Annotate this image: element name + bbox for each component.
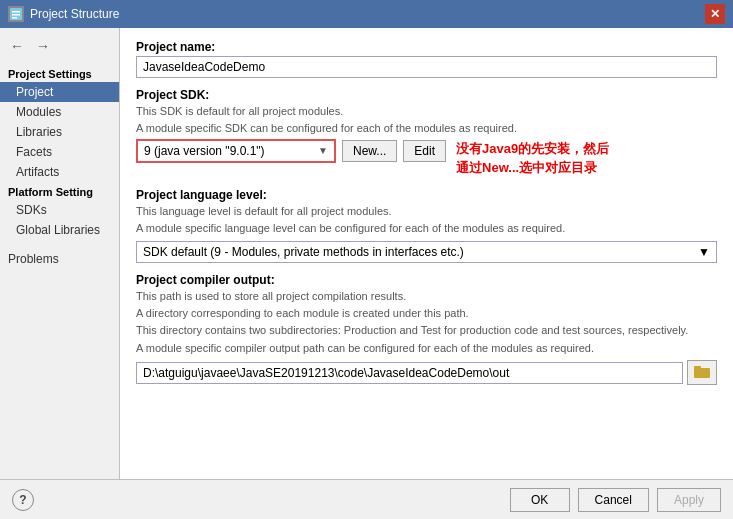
apply-button[interactable]: Apply — [657, 488, 721, 512]
compiler-hint2: A directory corresponding to each module… — [136, 306, 717, 321]
sdk-hint2: A module specific SDK can be configured … — [136, 121, 717, 136]
project-name-input[interactable] — [136, 56, 717, 78]
svg-rect-1 — [12, 11, 20, 13]
compiler-output-section: Project compiler output: This path is us… — [136, 273, 717, 386]
annotation-line1: 没有Java9的先安装，然后 — [456, 139, 609, 159]
sidebar-item-facets[interactable]: Facets — [0, 142, 119, 162]
bottom-bar: ? OK Cancel Apply — [0, 479, 733, 519]
sidebar: ← → Project Settings Project Modules Lib… — [0, 28, 120, 479]
language-dropdown-arrow-icon: ▼ — [698, 245, 710, 259]
sdk-dropdown[interactable]: 9 (java version "9.0.1") ▼ — [136, 139, 336, 163]
compiler-output-input[interactable] — [136, 362, 683, 384]
compiler-hint1: This path is used to store all project c… — [136, 289, 717, 304]
sidebar-item-libraries[interactable]: Libraries — [0, 122, 119, 142]
sdk-label: Project SDK: — [136, 88, 717, 102]
main-layout: ← → Project Settings Project Modules Lib… — [0, 28, 733, 479]
language-level-hint2: A module specific language level can be … — [136, 221, 717, 236]
help-button[interactable]: ? — [12, 489, 34, 511]
annotation-line2: 通过New...选中对应目录 — [456, 158, 609, 178]
language-level-label: Project language level: — [136, 188, 717, 202]
sidebar-item-sdks[interactable]: SDKs — [0, 200, 119, 220]
language-level-hint1: This language level is default for all p… — [136, 204, 717, 219]
compiler-output-label: Project compiler output: — [136, 273, 717, 287]
compiler-hint4: A module specific compiler output path c… — [136, 341, 717, 356]
sdk-edit-button[interactable]: Edit — [403, 140, 446, 162]
project-settings-label: Project Settings — [0, 64, 119, 82]
cancel-button[interactable]: Cancel — [578, 488, 649, 512]
svg-rect-2 — [12, 14, 20, 16]
title-bar: Project Structure ✕ — [0, 0, 733, 28]
sidebar-item-problems[interactable]: Problems — [0, 248, 119, 269]
sdk-value: 9 (java version "9.0.1") — [144, 144, 265, 158]
sidebar-item-modules[interactable]: Modules — [0, 102, 119, 122]
back-button[interactable]: ← — [6, 36, 28, 56]
language-level-value: SDK default (9 - Modules, private method… — [143, 245, 464, 259]
ok-button[interactable]: OK — [510, 488, 570, 512]
sidebar-item-project[interactable]: Project — [0, 82, 119, 102]
close-button[interactable]: ✕ — [705, 4, 725, 24]
forward-button[interactable]: → — [32, 36, 54, 56]
project-name-label: Project name: — [136, 40, 717, 54]
svg-rect-5 — [694, 366, 701, 370]
window-title: Project Structure — [30, 7, 119, 21]
sdk-hint1: This SDK is default for all project modu… — [136, 104, 717, 119]
content-area: Project name: Project SDK: This SDK is d… — [120, 28, 733, 479]
platform-settings-label: Platform Setting — [0, 182, 119, 200]
svg-rect-3 — [12, 17, 17, 19]
sidebar-item-global-libraries[interactable]: Global Libraries — [0, 220, 119, 240]
nav-buttons: ← → — [0, 36, 119, 64]
language-level-dropdown[interactable]: SDK default (9 - Modules, private method… — [136, 241, 717, 263]
annotation-text: 没有Java9的先安装，然后 通过New...选中对应目录 — [456, 139, 609, 178]
folder-button[interactable] — [687, 360, 717, 385]
dropdown-arrow-icon: ▼ — [318, 145, 328, 156]
compiler-hint3: This directory contains two subdirectori… — [136, 323, 717, 338]
sdk-new-button[interactable]: New... — [342, 140, 397, 162]
app-icon — [8, 6, 24, 22]
compiler-output-row — [136, 360, 717, 385]
sidebar-item-artifacts[interactable]: Artifacts — [0, 162, 119, 182]
